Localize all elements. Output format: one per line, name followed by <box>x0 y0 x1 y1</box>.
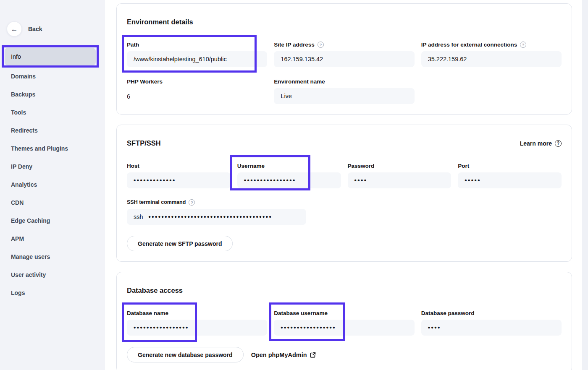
sidebar-item-info[interactable]: Info <box>5 48 96 65</box>
php-workers-label: PHP Workers <box>127 78 267 85</box>
port-label: Port <box>458 163 562 169</box>
database-username-label: Database username <box>274 310 414 316</box>
sidebar-item-tools[interactable]: Tools <box>0 103 105 121</box>
back-label: Back <box>28 26 42 32</box>
database-actions-row: Generate new database password Open phpM… <box>127 347 562 362</box>
sidebar-item-apm[interactable]: APM <box>0 229 105 248</box>
host-value-field[interactable]: ••••••••••••• <box>127 172 231 188</box>
ssh-command-prefix: ssh <box>134 214 143 220</box>
sidebar-nav: Info Domains Backups Tools Redirects The… <box>0 48 105 302</box>
database-password-field[interactable]: •••• <box>421 320 562 336</box>
database-access-title: Database access <box>127 287 562 294</box>
php-workers-group: PHP Workers 6 <box>127 78 267 104</box>
password-value-field[interactable]: •••• <box>348 172 452 188</box>
open-phpmyadmin-link[interactable]: Open phpMyAdmin <box>251 352 316 358</box>
database-name-label: Database name <box>127 310 267 316</box>
generate-database-password-button[interactable]: Generate new database password <box>127 347 244 362</box>
environment-details-title: Environment details <box>127 18 562 26</box>
sidebar-item-redirects[interactable]: Redirects <box>0 121 105 139</box>
username-label: Username <box>237 163 341 169</box>
environment-name-field[interactable]: Live <box>274 88 414 104</box>
database-username-field[interactable]: ••••••••••••••••• <box>274 320 414 336</box>
external-ip-help-icon[interactable]: ? <box>520 42 526 48</box>
path-field-group: Path /www/kinstahelptesting_610/public <box>127 42 267 67</box>
sidebar-item-logs[interactable]: Logs <box>0 284 105 302</box>
external-ip-value-field[interactable]: 35.222.159.62 <box>421 51 562 67</box>
main-content: Environment details Path /www/kinstahelp… <box>105 0 582 370</box>
sidebar-item-themes-plugins[interactable]: Themes and Plugins <box>0 139 105 157</box>
sidebar-item-user-activity[interactable]: User activity <box>0 266 105 284</box>
host-field-group: Host ••••••••••••• <box>127 163 231 188</box>
database-password-group: Database password •••• <box>421 310 562 336</box>
sidebar-item-domains[interactable]: Domains <box>0 67 105 85</box>
site-ip-field-group: Site IP address ? 162.159.135.42 <box>274 42 414 67</box>
sftp-ssh-card: SFTP/SSH Learn more ? Host •••••••••••••… <box>116 125 572 262</box>
port-value-field[interactable]: ••••• <box>458 172 562 188</box>
php-workers-value: 6 <box>127 93 267 100</box>
environment-details-card: Environment details Path /www/kinstahelp… <box>116 3 572 115</box>
sidebar-item-backups[interactable]: Backups <box>0 85 105 103</box>
external-ip-label: IP address for external connections <box>421 42 517 48</box>
environment-name-label: Environment name <box>274 78 414 85</box>
host-label: Host <box>127 163 231 169</box>
password-label: Password <box>348 163 452 169</box>
sidebar-item-ip-deny[interactable]: IP Deny <box>0 157 105 175</box>
generate-sftp-password-button[interactable]: Generate new SFTP password <box>127 236 233 251</box>
database-username-group: Database username ••••••••••••••••• <box>274 310 414 336</box>
sidebar-item-cdn[interactable]: CDN <box>0 193 105 211</box>
sidebar: ← Back Info Domains Backups Tools Redire… <box>0 0 105 370</box>
external-link-icon <box>310 352 316 358</box>
environment-name-group: Environment name Live <box>274 78 414 104</box>
path-label: Path <box>127 42 267 48</box>
external-ip-field-group: IP address for external connections ? 35… <box>421 42 562 67</box>
ssh-command-help-icon[interactable]: ? <box>189 199 195 206</box>
learn-more-label: Learn more <box>520 140 552 147</box>
password-field-group: Password •••• <box>348 163 452 188</box>
back-arrow-icon[interactable]: ← <box>7 21 22 36</box>
learn-more-link[interactable]: Learn more ? <box>520 140 562 147</box>
site-ip-label: Site IP address <box>274 42 315 48</box>
ssh-command-group: SSH terminal command ? ssh •••••••••••••… <box>127 199 306 225</box>
database-password-label: Database password <box>421 310 562 316</box>
site-ip-help-icon[interactable]: ? <box>318 42 324 48</box>
username-field-group: Username •••••••••••••••• <box>237 163 341 188</box>
sidebar-item-edge-caching[interactable]: Edge Caching <box>0 211 105 229</box>
database-access-card: Database access Database name ••••••••••… <box>116 272 572 370</box>
username-value-field[interactable]: •••••••••••••••• <box>237 172 341 188</box>
sftp-ssh-title: SFTP/SSH <box>127 139 161 147</box>
site-ip-value-field[interactable]: 162.159.135.42 <box>274 51 414 67</box>
ssh-command-label: SSH terminal command <box>127 199 186 206</box>
sidebar-item-manage-users[interactable]: Manage users <box>0 248 105 266</box>
learn-more-help-icon: ? <box>555 140 562 147</box>
back-button[interactable]: ← Back <box>7 21 105 37</box>
database-name-group: Database name ••••••••••••••••• <box>127 310 267 336</box>
sidebar-item-analytics[interactable]: Analytics <box>0 175 105 193</box>
path-value-field[interactable]: /www/kinstahelptesting_610/public <box>127 51 267 67</box>
sidebar-item-info-wrap: Info <box>5 48 96 65</box>
port-field-group: Port ••••• <box>458 163 562 188</box>
database-name-field[interactable]: ••••••••••••••••• <box>127 320 267 336</box>
ssh-command-field[interactable]: ssh ••••••••••••••••••••••••••••••••••••… <box>127 209 306 225</box>
